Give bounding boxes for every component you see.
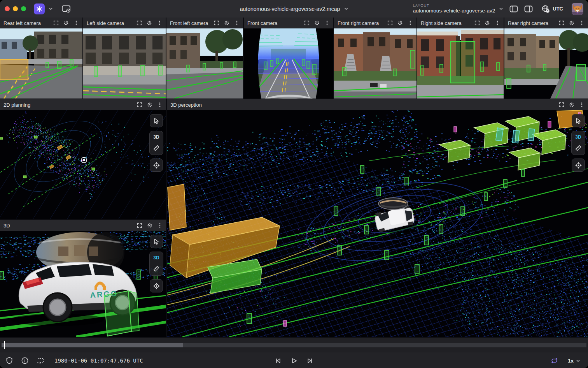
camera-image[interactable]: [166, 28, 243, 99]
add-panel-button[interactable]: [61, 5, 71, 13]
panel-menu-icon[interactable]: [324, 20, 330, 26]
fullscreen-icon[interactable]: [559, 102, 564, 107]
recenter-camera-button[interactable]: [150, 158, 163, 172]
view-mode-3d-button[interactable]: 3D: [153, 134, 159, 140]
perception-scene-canvas[interactable]: 3D: [167, 110, 588, 337]
panel-rear-right-camera: Rear right camera: [504, 18, 588, 99]
app-menu-chevron-icon[interactable]: [49, 7, 53, 11]
measure-tool-button[interactable]: [153, 144, 160, 151]
left-sidebar-toggle-button[interactable]: [509, 5, 518, 12]
fullscreen-icon[interactable]: [474, 20, 480, 26]
panel-menu-icon[interactable]: [157, 223, 163, 228]
camera-image[interactable]: [334, 28, 416, 99]
selection-tool-button[interactable]: [150, 114, 163, 127]
fullscreen-icon[interactable]: [137, 102, 142, 107]
app-logo-button[interactable]: [34, 4, 45, 14]
zoom-window-button[interactable]: [21, 6, 26, 11]
panel-header[interactable]: 3D: [0, 220, 166, 231]
fullscreen-icon[interactable]: [214, 20, 219, 26]
measure-tool-button[interactable]: [153, 265, 160, 272]
settings-gear-icon[interactable]: [314, 20, 320, 26]
timeline-loaded-range: [2, 343, 183, 347]
playback-control-bar: 1980-01-06 01:07:47.676 UTC 1x: [0, 352, 588, 368]
layout-chevron-icon[interactable]: [499, 7, 503, 11]
fullscreen-icon[interactable]: [304, 20, 310, 26]
panel-header[interactable]: Front camera: [244, 18, 333, 28]
panel-menu-icon[interactable]: [579, 20, 584, 26]
settings-gear-icon[interactable]: [147, 223, 152, 228]
view-mode-3d-button[interactable]: 3D: [153, 255, 159, 261]
settings-gear-icon[interactable]: [147, 102, 152, 107]
panel-menu-icon[interactable]: [234, 20, 240, 26]
settings-gear-icon[interactable]: [569, 102, 574, 107]
camera-image[interactable]: [244, 28, 333, 99]
data-source-title[interactable]: autonomous-vehicle-argoverse-av2.mcap: [240, 6, 340, 12]
source-info-button[interactable]: [21, 357, 29, 364]
panel-title: Front camera: [247, 20, 301, 26]
camera-image[interactable]: [417, 28, 504, 99]
minimize-window-button[interactable]: [13, 6, 18, 11]
panel-menu-icon[interactable]: [579, 102, 584, 107]
fullscreen-icon[interactable]: [137, 223, 142, 228]
panel-2d-planning: 2D planning: [0, 99, 166, 219]
fullscreen-icon[interactable]: [559, 20, 564, 26]
camera-image[interactable]: [83, 28, 166, 99]
settings-gear-icon[interactable]: [147, 20, 152, 26]
panel-menu-icon[interactable]: [157, 102, 163, 107]
scene-toolbar: 3D: [571, 114, 585, 172]
data-integrity-shield-button[interactable]: [5, 357, 13, 364]
panel-header[interactable]: Left side camera: [83, 18, 166, 28]
panel-3d-perception: 3D perception: [167, 99, 588, 337]
panel-header[interactable]: Front left camera: [166, 18, 243, 28]
measure-tool-button[interactable]: [575, 144, 582, 151]
fullscreen-icon[interactable]: [136, 20, 142, 26]
recenter-camera-button[interactable]: [150, 279, 163, 292]
timeline-playhead[interactable]: [4, 341, 5, 349]
panel-rear-left-camera: Rear left camera: [0, 18, 82, 99]
panel-menu-icon[interactable]: [408, 20, 413, 26]
user-avatar[interactable]: [572, 3, 583, 15]
data-source-chevron-icon[interactable]: [344, 7, 348, 11]
panel-menu-icon[interactable]: [74, 20, 79, 26]
close-window-button[interactable]: [5, 6, 10, 11]
panel-header[interactable]: 2D planning: [0, 99, 166, 110]
layout-selector[interactable]: LAYOUT autonomous-vehicle-argoverse-av2: [413, 4, 504, 14]
settings-gear-icon[interactable]: [569, 20, 574, 26]
repeat-frame-button[interactable]: [37, 357, 44, 364]
current-timestamp: 1980-01-06 01:07:47.676 UTC: [54, 357, 143, 364]
settings-gear-icon[interactable]: [485, 20, 490, 26]
view-mode-3d-button[interactable]: 3D: [575, 134, 581, 140]
panel-header[interactable]: Right side camera: [417, 18, 504, 28]
play-button[interactable]: [290, 357, 298, 364]
selection-tool-button[interactable]: [572, 114, 585, 127]
scene-toolbar: 3D: [149, 114, 163, 172]
fullscreen-icon[interactable]: [387, 20, 393, 26]
timezone-label: UTC: [553, 6, 563, 12]
selection-tool-button[interactable]: [150, 235, 163, 248]
panel-header[interactable]: 3D perception: [167, 99, 588, 110]
camera-image[interactable]: [504, 28, 588, 99]
panel-menu-icon[interactable]: [495, 20, 500, 26]
planning-scene-canvas[interactable]: 3D: [0, 110, 166, 219]
panel-title: Front right camera: [338, 20, 385, 26]
recenter-camera-button[interactable]: [572, 158, 585, 172]
fullscreen-icon[interactable]: [53, 20, 59, 26]
panel-menu-icon[interactable]: [157, 20, 162, 26]
panel-header[interactable]: Front right camera: [334, 18, 416, 28]
seek-to-start-button[interactable]: [275, 357, 282, 364]
three-d-scene-canvas[interactable]: ARGO 3D: [0, 231, 166, 337]
camera-image[interactable]: [0, 28, 82, 99]
seek-to-end-button[interactable]: [306, 357, 314, 364]
playback-speed-selector[interactable]: 1x: [565, 357, 583, 364]
settings-gear-icon[interactable]: [224, 20, 229, 26]
panel-header[interactable]: Rear right camera: [504, 18, 588, 28]
panel-header[interactable]: Rear left camera: [0, 18, 82, 28]
loop-playback-button[interactable]: [550, 357, 558, 364]
right-sidebar-toggle-button[interactable]: [524, 5, 533, 12]
settings-gear-icon[interactable]: [63, 20, 69, 26]
settings-gear-icon[interactable]: [397, 20, 403, 26]
panel-title: 2D planning: [4, 102, 134, 108]
timeline-track[interactable]: [2, 343, 586, 347]
timezone-button[interactable]: UTC: [539, 4, 565, 14]
playback-timeline[interactable]: [0, 338, 588, 352]
